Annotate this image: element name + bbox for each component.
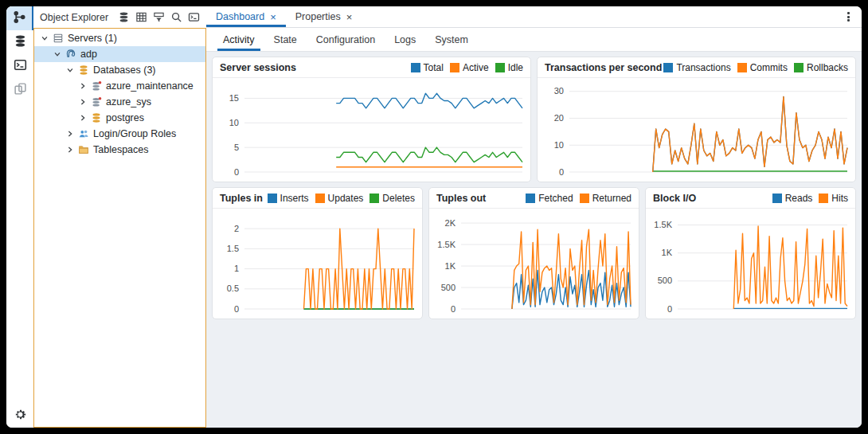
subtab-activity[interactable]: Activity [214, 28, 264, 51]
object-explorer-title: Object Explorer [40, 12, 108, 23]
legend: TotalActiveIdle [411, 62, 523, 73]
tree-item-label: postgres [106, 112, 144, 123]
subtab-state[interactable]: State [265, 28, 306, 51]
dashboard-sub-tabs: Activity State Configuration Logs System [206, 28, 862, 52]
main-area: Dashboard × Properties × Activity State … [206, 6, 862, 428]
svg-text:30: 30 [554, 86, 564, 96]
svg-text:1.5K: 1.5K [654, 220, 672, 229]
database-icon [77, 64, 90, 76]
search-objects-button[interactable] [170, 10, 184, 25]
psql-tool-sidebar-button[interactable] [6, 54, 33, 78]
view-data-button[interactable] [134, 10, 148, 25]
svg-text:1K: 1K [445, 261, 456, 271]
object-explorer-header: Object Explorer [33, 6, 206, 28]
close-icon[interactable]: × [346, 12, 353, 22]
tree-item-azure-maintenance[interactable]: azure_maintenance [34, 78, 205, 94]
database-disconnected-icon [90, 96, 103, 108]
tree-item-postgres[interactable]: postgres [34, 110, 205, 126]
legend-item: Updates [315, 193, 364, 204]
subtab-configuration[interactable]: Configuration [307, 28, 384, 51]
tree-item-databases[interactable]: Databases (3) [34, 62, 205, 78]
legend-swatch [369, 194, 379, 203]
schema-diff-sidebar-button[interactable] [6, 78, 33, 102]
close-icon[interactable]: × [270, 12, 276, 22]
tree-item-servers[interactable]: Servers (1) [34, 30, 205, 46]
chevron-right-icon[interactable] [77, 112, 88, 123]
legend-item: Reads [772, 193, 813, 204]
tab-label: Properties [295, 11, 341, 22]
roles-icon [77, 127, 90, 140]
legend-item: Idle [495, 62, 523, 73]
database-icon [90, 111, 103, 124]
subtab-label: System [435, 34, 468, 45]
chart-title: Tuples out [436, 193, 486, 204]
chart-title: Block I/O [653, 193, 696, 204]
subtab-logs[interactable]: Logs [385, 28, 424, 51]
postgres-server-icon [65, 48, 77, 61]
legend-item: Returned [580, 193, 631, 204]
legend-item: Inserts [268, 193, 309, 204]
tree-item-tablespaces[interactable]: Tablespaces [34, 142, 205, 158]
subtab-system[interactable]: System [426, 28, 477, 51]
legend-item: Transactions [663, 62, 730, 73]
database-disconnected-icon [90, 80, 103, 92]
svg-text:0.5: 0.5 [227, 283, 239, 293]
legend-swatch [580, 194, 589, 203]
chevron-down-icon[interactable] [52, 49, 63, 60]
tree-item-label: adp [80, 49, 97, 60]
transactions-per-second-panel: Transactions per second TransactionsComm… [537, 57, 856, 182]
legend-item: Total [411, 62, 444, 73]
legend-swatch [526, 194, 535, 203]
tree-item-label: Databases (3) [93, 65, 156, 76]
chevron-down-icon[interactable] [39, 33, 50, 44]
tree-item-azure-sys[interactable]: azure_sys [34, 94, 205, 110]
chevron-right-icon[interactable] [77, 96, 88, 108]
legend-item: Hits [819, 193, 848, 204]
object-explorer-panel: Object Explorer Serv [33, 6, 206, 428]
chart-title: Tuples in [220, 193, 263, 204]
legend: TransactionsCommitsRollbacks [663, 62, 848, 73]
filtered-rows-button[interactable] [152, 10, 166, 25]
chevron-right-icon[interactable] [77, 80, 88, 92]
object-explorer-sidebar-button[interactable] [6, 6, 33, 30]
subtab-label: State [274, 34, 297, 45]
terminal-icon [14, 58, 27, 75]
legend-swatch [315, 194, 325, 203]
tuples-out-panel: Tuples out FetchedReturned 05001K1.5K2K [428, 187, 639, 319]
chart-title: Server sessions [220, 62, 296, 73]
svg-text:15: 15 [229, 93, 239, 103]
object-explorer-tree: Servers (1) adp Databases (3) [33, 28, 206, 428]
tree-item-adp[interactable]: adp [34, 46, 205, 62]
tree-item-label: azure_maintenance [106, 80, 194, 92]
query-tool-sidebar-button[interactable] [6, 30, 33, 54]
legend: FetchedReturned [526, 193, 631, 204]
legend-swatch [495, 63, 505, 72]
psql-tool-button[interactable] [187, 10, 201, 25]
svg-text:0: 0 [234, 167, 239, 177]
server-sessions-chart: 051015 [213, 78, 530, 182]
chevron-right-icon[interactable] [65, 128, 76, 139]
legend-swatch [819, 194, 828, 203]
tab-dashboard[interactable]: Dashboard × [206, 6, 286, 27]
tree-item-login-group-roles[interactable]: Login/Group Roles [34, 126, 205, 142]
tab-properties[interactable]: Properties × [286, 6, 362, 27]
svg-text:2K: 2K [445, 218, 456, 228]
schema-diff-icon [14, 82, 27, 99]
svg-text:5: 5 [234, 143, 239, 152]
svg-text:1: 1 [234, 264, 239, 273]
svg-text:0: 0 [667, 304, 672, 314]
legend-swatch [772, 194, 782, 203]
legend-swatch [663, 63, 673, 72]
main-tab-bar: Dashboard × Properties × [206, 6, 862, 28]
tree-item-label: Login/Group Roles [93, 128, 176, 139]
kebab-icon [847, 11, 850, 23]
chevron-down-icon[interactable] [65, 65, 76, 76]
svg-text:500: 500 [658, 276, 672, 285]
subtab-label: Logs [394, 34, 416, 45]
preferences-button[interactable] [6, 404, 33, 428]
tree-item-label: Servers (1) [68, 33, 117, 44]
chevron-right-icon[interactable] [65, 144, 76, 155]
more-options-button[interactable] [835, 6, 862, 27]
query-tool-button[interactable] [116, 10, 131, 25]
server-group-icon [52, 32, 65, 45]
